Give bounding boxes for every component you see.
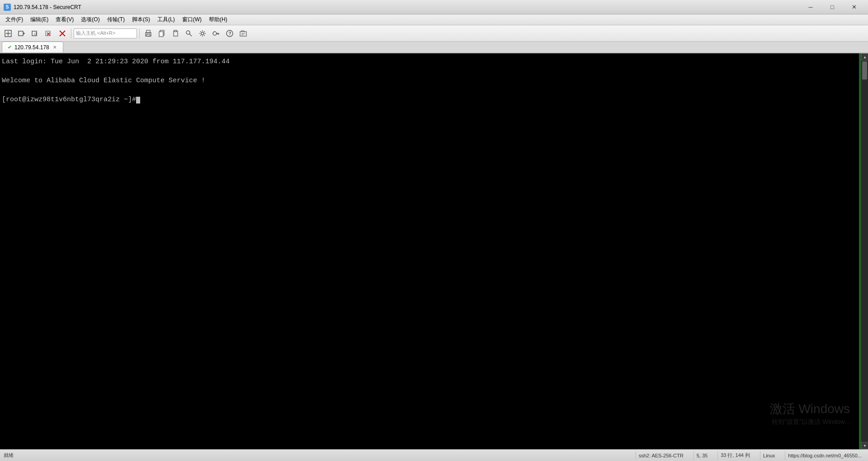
close-button[interactable]: ✕ xyxy=(844,1,864,14)
app-icon: S xyxy=(4,4,11,11)
tab-label: 120.79.54.178 xyxy=(14,44,49,51)
scroll-down-arrow[interactable]: ▼ xyxy=(861,442,868,449)
menu-file[interactable]: 文件(F) xyxy=(2,15,27,24)
session-tab[interactable]: ✔ 120.79.54.178 ✕ xyxy=(2,42,63,52)
status-position: 5, 35 xyxy=(693,451,710,460)
svg-text:↺: ↺ xyxy=(34,32,38,36)
menu-edit[interactable]: 编辑(E) xyxy=(27,15,52,24)
menu-view[interactable]: 查看(V) xyxy=(52,15,77,24)
svg-rect-14 xyxy=(146,34,150,36)
toolbar-find[interactable] xyxy=(183,27,195,40)
toolbar-connect[interactable] xyxy=(15,27,28,40)
scroll-thumb[interactable] xyxy=(862,61,867,80)
svg-marker-4 xyxy=(24,32,25,35)
toolbar-paste[interactable] xyxy=(169,27,182,40)
tab-connected-icon: ✔ xyxy=(8,44,12,50)
scroll-up-arrow[interactable]: ▲ xyxy=(861,53,868,61)
toolbar-close-session[interactable] xyxy=(56,27,69,40)
status-ssh: ssh2: AES-256-CTR xyxy=(636,451,686,460)
tab-bar: ✔ 120.79.54.178 ✕ xyxy=(0,42,868,53)
host-input-label: 输入主机 <Alt+R> xyxy=(76,30,115,37)
svg-line-20 xyxy=(189,34,192,36)
window-title: 120.79.54.178 - SecureCRT xyxy=(14,4,800,10)
terminal-scrollbar[interactable]: ▲ ▼ xyxy=(861,53,868,449)
svg-rect-16 xyxy=(159,32,163,37)
right-accent-bar xyxy=(859,53,861,449)
menu-script[interactable]: 脚本(S) xyxy=(128,15,154,24)
toolbar-sep-2 xyxy=(139,28,140,38)
svg-point-19 xyxy=(186,31,190,34)
maximize-button[interactable]: □ xyxy=(822,1,843,14)
toolbar-copy[interactable] xyxy=(156,27,168,40)
svg-point-22 xyxy=(213,32,217,35)
status-dimensions: 33 行, 144 列 xyxy=(717,451,753,460)
menu-transfer[interactable]: 传输(T) xyxy=(104,15,128,24)
menu-tools[interactable]: 工具(L) xyxy=(154,15,179,24)
menu-options[interactable]: 选项(O) xyxy=(77,15,103,24)
svg-point-21 xyxy=(201,32,204,35)
status-bar: 就绪 ssh2: AES-256-CTR 5, 35 33 行, 144 列 L… xyxy=(0,449,868,461)
toolbar-sep-1 xyxy=(71,28,71,38)
menu-window[interactable]: 窗口(W) xyxy=(179,15,205,24)
svg-rect-28 xyxy=(240,32,246,36)
toolbar-print[interactable] xyxy=(142,27,155,40)
terminal-line3: Welcome to Alibaba Cloud Elastic Compute… xyxy=(2,77,205,85)
menu-bar: 文件(F) 编辑(E) 查看(V) 选项(O) 传输(T) 脚本(S) 工具(L… xyxy=(0,14,868,25)
terminal-cursor xyxy=(136,97,140,103)
minimize-button[interactable]: ─ xyxy=(800,1,821,14)
svg-rect-3 xyxy=(19,31,23,36)
toolbar-new-session[interactable] xyxy=(2,27,14,40)
toolbar-sftp[interactable] xyxy=(237,27,250,40)
host-input-area[interactable]: 输入主机 <Alt+R> xyxy=(74,28,137,38)
svg-rect-18 xyxy=(174,30,177,32)
svg-rect-17 xyxy=(174,31,178,36)
window-controls: ─ □ ✕ xyxy=(800,1,864,14)
toolbar-disconnect[interactable] xyxy=(42,27,55,40)
terminal[interactable]: Last login: Tue Jun 2 21:29:23 2020 from… xyxy=(0,53,861,449)
status-url: https://blog.csdn.net/m0_46550... xyxy=(785,451,864,460)
title-bar: S 120.79.54.178 - SecureCRT ─ □ ✕ xyxy=(0,0,868,14)
status-os: Linux xyxy=(760,451,778,460)
toolbar-settings[interactable] xyxy=(196,27,209,40)
terminal-container: Last login: Tue Jun 2 21:29:23 2020 from… xyxy=(0,53,868,449)
toolbar-help[interactable]: ? xyxy=(223,27,236,40)
svg-text:?: ? xyxy=(229,31,231,36)
terminal-prompt: [root@izwz98t1v6nbtgl73qra2iz ~]# xyxy=(2,96,136,103)
status-ready: 就绪 xyxy=(4,452,636,459)
terminal-line1: Last login: Tue Jun 2 21:29:23 2020 from… xyxy=(2,58,230,66)
status-right: ssh2: AES-256-CTR 5, 35 33 行, 144 列 Linu… xyxy=(636,451,864,460)
menu-help[interactable]: 帮助(H) xyxy=(205,15,231,24)
toolbar-reconnect[interactable]: ↺ xyxy=(29,27,42,40)
tab-close-button[interactable]: ✕ xyxy=(52,44,57,50)
toolbar-key[interactable] xyxy=(210,27,222,40)
toolbar: ↺ 输入主机 <Alt+R> ? xyxy=(0,25,868,42)
